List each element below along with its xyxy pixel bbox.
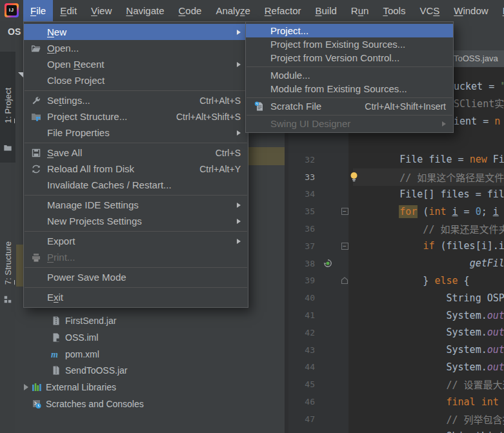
menu-item-project[interactable]: Project...: [246, 24, 453, 37]
menu-shortcut: Ctrl+Alt+Shift+Insert: [347, 101, 446, 112]
menu-item-project-structure[interactable]: Project Structure...Ctrl+Alt+Shift+S: [24, 108, 248, 125]
code-text: File file = new File(filePath);: [353, 151, 504, 168]
menu-item-open-recent[interactable]: Open Recent: [24, 56, 248, 72]
submenu-arrow-icon: [237, 130, 241, 136]
menu-separator: [25, 287, 247, 288]
menu-item-close-project[interactable]: Close Project: [24, 72, 248, 88]
code-fragment: ucket = ": [454, 78, 504, 95]
code-text: File[] files = file.listFiles();: [353, 186, 504, 203]
menu-item-spacer: [30, 292, 43, 303]
menu-analyze[interactable]: Analyze: [208, 0, 257, 21]
code-line-32: 32 File file = new File(filePath);: [288, 151, 504, 168]
menu-edit[interactable]: Edit: [53, 0, 84, 21]
code-text: System.out.println(OSPath);: [353, 341, 504, 359]
maven-icon: m: [50, 349, 62, 359]
line-number[interactable]: 37: [288, 241, 319, 251]
line-number[interactable]: 46: [288, 397, 319, 407]
line-number[interactable]: 34: [288, 189, 319, 199]
menu-item-module-from-existing-sources[interactable]: Module from Existing Sources...: [246, 82, 453, 96]
fold-marker-icon[interactable]: [336, 277, 353, 285]
menu-item-spacer: [30, 27, 43, 37]
menu-item-manage-ide-settings[interactable]: Manage IDE Settings: [24, 197, 248, 213]
menu-item-open[interactable]: Open...: [24, 40, 248, 56]
printer-icon: [30, 252, 43, 263]
code-text: getFileList(files[i]);: [353, 255, 504, 272]
menu-item-project-from-existing-sources[interactable]: Project from Existing Sources...: [246, 37, 453, 51]
stripe-tab-1-project[interactable]: 1: Project: [0, 57, 15, 154]
tree-expand-arrow-icon[interactable]: [21, 384, 31, 390]
menu-vcs[interactable]: VCS: [412, 0, 447, 21]
project-tree-selection: [16, 245, 23, 287]
line-number[interactable]: 38: [288, 259, 319, 268]
project-panel-title: OS: [8, 26, 21, 37]
menu-item-scratch-file[interactable]: Scratch FileCtrl+Alt+Shift+Insert: [246, 99, 453, 113]
menu-build[interactable]: Build: [308, 0, 343, 21]
menu-run[interactable]: Run: [344, 0, 376, 21]
menu-item-save-all[interactable]: Save AllCtrl+S: [24, 145, 248, 161]
code-line-45: 45 // 设置最大返回数量: [288, 376, 504, 393]
menu-item-label: Reload All from Disk: [47, 163, 134, 174]
svg-text:m: m: [51, 350, 58, 359]
intention-bulb-icon[interactable]: [349, 172, 359, 185]
open-folder-icon: [30, 43, 43, 54]
jar-file-icon: [50, 365, 62, 376]
menu-item-exit[interactable]: Exit: [24, 289, 248, 305]
line-number[interactable]: 47: [288, 414, 319, 424]
menu-help[interactable]: Help: [496, 0, 504, 21]
ide-window: 1: Project7: Structure OS FirstSend.jarO…: [0, 0, 504, 433]
menu-item-swing-ui-designer[interactable]: Swing UI Designer: [246, 117, 453, 130]
menu-shortcut: Ctrl+S: [197, 148, 241, 158]
line-number[interactable]: 36: [288, 224, 319, 234]
tree-item-scratches-and-consoles[interactable]: Scratches and Consoles: [15, 396, 285, 412]
menu-item-new-projects-settings[interactable]: New Projects Settings: [24, 213, 248, 229]
menu-file[interactable]: File: [23, 0, 53, 21]
line-number[interactable]: 39: [288, 276, 319, 285]
menu-refactor[interactable]: Refactor: [257, 0, 308, 21]
line-number[interactable]: 40: [288, 293, 319, 303]
menu-item-invalidate-caches-restart[interactable]: Invalidate Caches / Restart...: [24, 177, 248, 193]
tree-item-sendtooss-jar[interactable]: SendToOSS.jar: [15, 362, 315, 378]
menu-item-file-properties[interactable]: File Properties: [24, 125, 248, 141]
code-line-42: 42 System.out.println(OSPath);: [288, 324, 504, 341]
tree-item-label: External Libraries: [46, 382, 116, 392]
line-number[interactable]: 35: [288, 206, 319, 216]
submenu-arrow-icon: [237, 62, 241, 67]
menu-item-spacer: [30, 180, 43, 190]
structure-stripe-icon: [3, 295, 12, 304]
menu-tools[interactable]: Tools: [376, 0, 412, 21]
save-all-icon: [30, 148, 43, 158]
intellij-logo-icon: IJ: [5, 3, 19, 17]
fold-marker-icon[interactable]: −: [336, 208, 353, 215]
line-number[interactable]: 32: [288, 155, 319, 165]
tree-item-pom-xml[interactable]: mpom.xml: [15, 346, 315, 362]
menu-view[interactable]: View: [84, 0, 119, 21]
menu-item-label: Project from Version Control...: [270, 52, 399, 63]
menu-item-spacer: [30, 200, 43, 210]
menu-navigate[interactable]: Navigate: [119, 0, 171, 21]
tree-item-label: Scratches and Consoles: [46, 399, 144, 409]
recursive-icon: [319, 258, 336, 268]
tree-item-external-libraries[interactable]: External Libraries: [15, 379, 285, 395]
menu-item-export[interactable]: Export: [24, 233, 248, 249]
code-text: System.out.println(OSPath);: [353, 307, 504, 324]
menu-item-label: Module from Existing Sources...: [270, 83, 407, 94]
menu-item-label: Project from Existing Sources...: [270, 39, 405, 50]
line-number[interactable]: 45: [288, 379, 319, 389]
menu-item-reload-all-from-disk[interactable]: Reload All from DiskCtrl+Alt+Y: [24, 161, 248, 177]
menu-code[interactable]: Code: [172, 0, 209, 21]
fold-marker-icon[interactable]: −: [336, 243, 353, 250]
code-editor[interactable]: 32 File file = new File(filePath);33 // …: [288, 151, 504, 433]
menu-window[interactable]: Window: [447, 0, 495, 21]
line-number[interactable]: 33: [288, 172, 319, 182]
tree-item-oss-iml[interactable]: OSS.iml: [15, 329, 315, 345]
menu-item-new[interactable]: New: [24, 24, 248, 40]
menu-item-settings[interactable]: Settings...Ctrl+Alt+S: [24, 92, 248, 108]
menu-item-project-from-version-control[interactable]: Project from Version Control...: [246, 51, 453, 65]
code-line-39: 39 } else {: [288, 272, 504, 290]
menu-item-module[interactable]: Module...: [246, 68, 453, 82]
stripe-tab-7-structure[interactable]: 7: Structure: [0, 225, 15, 302]
menu-item-power-save-mode[interactable]: Power Save Mode: [24, 269, 248, 285]
project-tree-selection: [245, 147, 285, 165]
tree-item-firstsend-jar[interactable]: FirstSend.jar: [15, 312, 315, 328]
menu-item-print[interactable]: Print...: [24, 249, 248, 265]
